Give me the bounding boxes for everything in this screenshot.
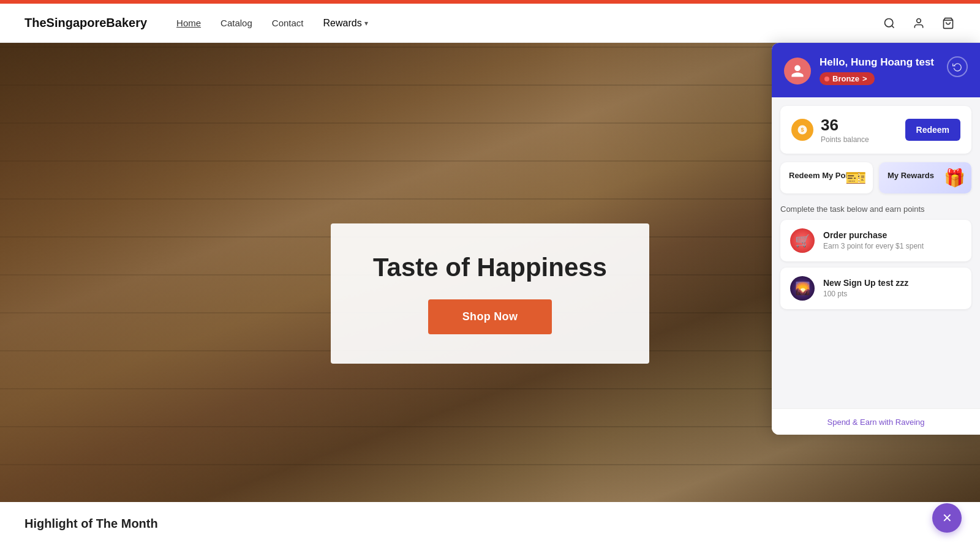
site-logo[interactable]: TheSingaporeBakery — [24, 16, 147, 30]
task-signup-title: New Sign Up test zzz — [823, 278, 908, 288]
nav-rewards-label: Rewards — [323, 18, 362, 29]
earn-section: Complete the task below and earn points … — [772, 202, 980, 320]
page-container: TheSingaporeBakery Home Catalog Contact … — [0, 0, 980, 551]
points-info: $ 36 Points balance — [791, 116, 869, 144]
task-signup-info: New Sign Up test zzz 100 pts — [823, 278, 908, 298]
header-actions — [882, 16, 956, 31]
close-fab-button[interactable]: ✕ — [932, 503, 962, 533]
points-coin-icon: $ — [791, 119, 813, 141]
nav-home[interactable]: Home — [176, 18, 201, 28]
history-button[interactable] — [947, 56, 968, 77]
rewards-panel-header: Hello, Hung Hoang test Bronze > — [772, 43, 980, 97]
hero-title: Taste of Happiness — [355, 253, 625, 282]
main-nav: Home Catalog Contact Rewards ▾ — [176, 18, 368, 29]
account-icon[interactable] — [911, 16, 926, 31]
nav-rewards[interactable]: Rewards ▾ — [323, 18, 368, 29]
redeem-button[interactable]: Redeem — [905, 119, 960, 141]
highlight-title: Highlight of The Month — [24, 517, 956, 531]
bottom-section: Highlight of The Month — [0, 502, 980, 545]
svg-text:$: $ — [801, 127, 804, 133]
site-header: TheSingaporeBakery Home Catalog Contact … — [0, 4, 980, 43]
badge-arrow: > — [862, 74, 867, 83]
cart-icon[interactable] — [941, 16, 956, 31]
svg-point-2 — [917, 18, 921, 23]
points-label: Points balance — [821, 135, 869, 144]
rewards-greeting: Hello, Hung Hoang test — [820, 56, 934, 69]
tier-badge[interactable]: Bronze > — [820, 72, 875, 85]
rewards-panel-body: $ 36 Points balance Redeem Redeem My Poi… — [772, 97, 980, 408]
task-order-purchase[interactable]: 🛒 Order purchase Earn 3 point for every … — [780, 220, 971, 261]
header-left: TheSingaporeBakery Home Catalog Contact … — [24, 16, 368, 30]
shop-now-button[interactable]: Shop Now — [428, 299, 552, 334]
svg-point-0 — [885, 18, 893, 26]
task-order-subtitle: Earn 3 point for every $1 spent — [823, 242, 924, 250]
rewards-user-info: Hello, Hung Hoang test Bronze > — [820, 56, 934, 85]
hero-card: Taste of Happiness Shop Now — [331, 223, 649, 364]
svg-line-1 — [892, 25, 894, 28]
my-rewards-card[interactable]: My Rewards 🎁 — [879, 162, 971, 193]
task-new-signup[interactable]: 🌄 New Sign Up test zzz 100 pts — [780, 268, 971, 309]
order-purchase-icon: 🛒 — [790, 228, 815, 253]
nav-catalog[interactable]: Catalog — [221, 18, 252, 28]
search-icon[interactable] — [882, 16, 897, 31]
rewards-panel-footer: Spend & Earn with Raveing — [772, 408, 980, 435]
points-value: 36 — [821, 116, 869, 135]
rewards-panel: Hello, Hung Hoang test Bronze > — [772, 43, 980, 435]
tier-badge-label: Bronze — [832, 74, 859, 83]
rewards-header-left: Hello, Hung Hoang test Bronze > — [784, 56, 934, 85]
earn-section-title: Complete the task below and earn points — [780, 204, 971, 214]
task-order-title: Order purchase — [823, 230, 924, 240]
new-signup-icon: 🌄 — [790, 276, 815, 301]
my-rewards-icon: 🎁 — [944, 168, 965, 188]
raveing-footer-link[interactable]: Spend & Earn with Raveing — [827, 418, 925, 427]
task-order-info: Order purchase Earn 3 point for every $1… — [823, 230, 924, 250]
task-signup-subtitle: 100 pts — [823, 290, 908, 298]
nav-contact[interactable]: Contact — [272, 18, 304, 28]
avatar — [784, 58, 811, 84]
badge-dot — [824, 77, 829, 81]
action-cards-row: Redeem My Points 🎫 My Rewards 🎁 — [780, 162, 971, 193]
chevron-down-icon: ▾ — [364, 19, 368, 28]
redeem-points-card[interactable]: Redeem My Points 🎫 — [780, 162, 873, 193]
points-value-block: 36 Points balance — [821, 116, 869, 144]
redeem-points-icon: 🎫 — [845, 168, 867, 188]
points-card: $ 36 Points balance Redeem — [780, 106, 971, 154]
